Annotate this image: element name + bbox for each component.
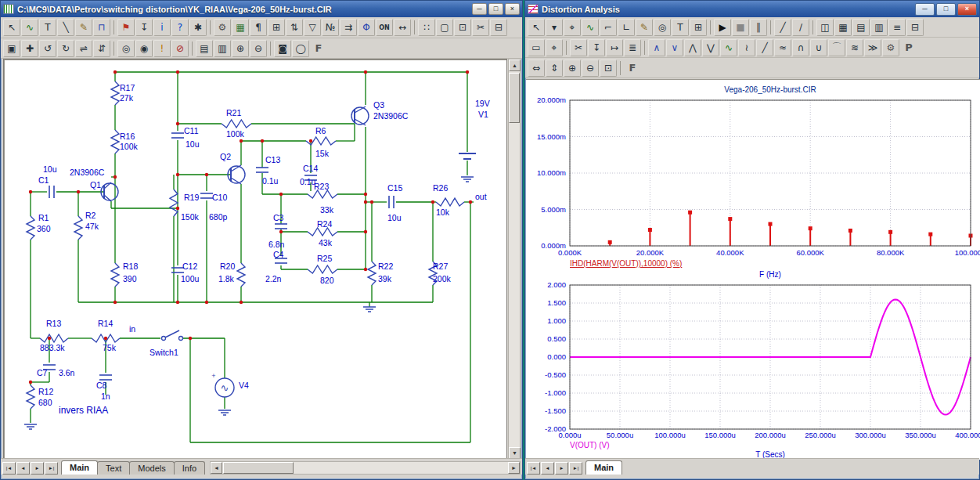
global-max-icon[interactable]: ⋀ <box>684 39 701 56</box>
border-icon[interactable]: ▢ <box>436 19 453 36</box>
vscroll-thumb[interactable] <box>509 73 520 123</box>
scroll-up-button[interactable]: ▲ <box>509 60 521 71</box>
node-numbers-icon[interactable]: № <box>322 19 339 36</box>
rise-icon[interactable]: ∿ <box>720 39 737 56</box>
tab-last-button[interactable]: ►| <box>45 462 58 475</box>
right-titlebar[interactable]: Distortion Analysis ─ □ × <box>525 1 979 17</box>
box-icon[interactable]: ▣ <box>3 40 20 57</box>
tab-last-button[interactable]: ►| <box>569 462 582 475</box>
minimize-button[interactable]: ─ <box>915 3 935 16</box>
zoom-out-icon[interactable]: ⊖ <box>582 60 599 77</box>
rotate-ccw-icon[interactable]: ↺ <box>39 40 56 57</box>
close-button[interactable]: × <box>505 3 520 15</box>
horizontal-tag-icon[interactable]: ⌐ <box>600 19 617 36</box>
panels-icon[interactable]: ◫ <box>816 19 834 36</box>
annotate-icon[interactable]: ✎ <box>636 19 653 36</box>
peak-icon[interactable]: ∧ <box>648 39 665 56</box>
close-button[interactable]: × <box>957 3 977 16</box>
stack-panels-icon[interactable]: ≡ <box>888 19 906 36</box>
region-icon[interactable]: ⊞ <box>268 19 285 36</box>
picture-icon[interactable]: ▦ <box>232 19 249 36</box>
align-icon[interactable]: ≣ <box>624 39 641 56</box>
tab-prev-button[interactable]: ◄ <box>541 462 554 475</box>
tab-next-button[interactable]: ► <box>31 462 44 475</box>
analysis-plots[interactable]: 20.000m15.000m10.000m5.000m0.000m0.000K2… <box>526 80 980 460</box>
font-label[interactable]: F <box>310 40 327 57</box>
overshoot-icon[interactable]: ⌒ <box>828 39 845 56</box>
waveform-icon[interactable]: ∿ <box>582 19 599 36</box>
line-mode-icon[interactable]: ╲ <box>57 19 74 36</box>
browser-icon[interactable]: ◯ <box>292 40 309 57</box>
select-icon[interactable]: ↖ <box>528 19 545 36</box>
flag-mode-icon[interactable]: ⚑ <box>117 19 135 36</box>
global-min-icon[interactable]: ⋁ <box>702 39 719 56</box>
camera-icon[interactable]: ◙ <box>274 40 291 57</box>
tab-main[interactable]: Main <box>585 460 622 475</box>
data-points-icon[interactable]: ▤ <box>852 19 870 36</box>
info-mode-icon[interactable]: i <box>153 19 171 36</box>
left-titlebar[interactable]: C:\MC9\DATA\Petrov\switching distortion\… <box>1 1 522 17</box>
attention-icon[interactable]: ! <box>153 40 171 57</box>
schematic-drawing[interactable]: ∿+R1727kR16100kC1110uR21100kQ32N3906C19V… <box>4 60 506 459</box>
move-icon[interactable]: ✚ <box>21 40 38 57</box>
properties-icon[interactable]: ⚙ <box>214 19 231 36</box>
cut-icon[interactable]: ✂ <box>472 19 489 36</box>
hscroll-track[interactable] <box>222 462 508 474</box>
copy-icon[interactable]: ▤ <box>196 40 213 57</box>
tag-width-icon[interactable]: ↦ <box>606 39 623 56</box>
component-mode-icon[interactable]: ⊓ <box>93 19 110 36</box>
cursor-target-icon[interactable]: ⌖ <box>546 39 563 56</box>
rotate-cw-icon[interactable]: ↻ <box>57 40 74 57</box>
grid-icon[interactable]: ▦ <box>834 19 852 36</box>
flip-y-icon[interactable]: ⇅ <box>286 19 303 36</box>
text-icon[interactable]: T <box>672 19 689 36</box>
maximize-button[interactable]: □ <box>936 3 956 16</box>
hscroll-thumb[interactable] <box>223 462 294 474</box>
tab-first-button[interactable]: |◄ <box>2 462 16 475</box>
component-list-icon[interactable]: ▾ <box>546 19 563 36</box>
bottom-icon[interactable]: ∪ <box>810 39 827 56</box>
tab-info[interactable]: Info <box>174 461 205 475</box>
waveform-stack-icon[interactable]: ≋ <box>846 39 863 56</box>
select-region-icon[interactable]: ▭ <box>528 39 545 56</box>
mirror-icon[interactable]: ⇌ <box>75 40 92 57</box>
paste-icon[interactable]: ▥ <box>214 40 231 57</box>
tab-main[interactable]: Main <box>61 460 98 475</box>
run-button[interactable]: ▶ <box>714 19 731 36</box>
grid-icon[interactable]: ∷ <box>418 19 435 36</box>
horizontal-scrollbar[interactable]: ◄ ► <box>210 461 521 475</box>
step-icon[interactable]: ⇉ <box>340 19 357 36</box>
zoom-in-icon[interactable]: ⊕ <box>564 60 581 77</box>
zoom-in-icon[interactable]: ⊕ <box>232 40 249 57</box>
search-icon[interactable]: ◎ <box>654 19 671 36</box>
stop-button[interactable]: ■ <box>732 19 749 36</box>
maximize-button[interactable]: □ <box>488 3 503 15</box>
text-mode-icon[interactable]: T <box>39 19 56 36</box>
pin-mode-icon[interactable]: ↧ <box>135 19 153 36</box>
tab-text[interactable]: Text <box>97 461 130 475</box>
scroll-down-button[interactable]: ▼ <box>509 447 521 459</box>
filter-icon[interactable]: ▽ <box>304 19 321 36</box>
scroll-left-button[interactable]: ◄ <box>211 462 222 474</box>
tag-bottom-icon[interactable]: ↧ <box>588 39 605 56</box>
cursor-icon[interactable]: ╱ <box>774 19 791 36</box>
tab-first-button[interactable]: |◄ <box>527 462 540 475</box>
analysis-plot-area[interactable]: 20.000m15.000m10.000m5.000m0.000m0.000K2… <box>526 79 980 460</box>
scroll-right-button[interactable]: ► <box>508 462 520 474</box>
vscroll-track[interactable] <box>509 123 520 447</box>
minimize-button[interactable]: ─ <box>472 3 487 15</box>
top-icon[interactable]: ∩ <box>792 39 809 56</box>
schematic-canvas[interactable]: ∿+R1727kR16100kC1110uR21100kQ32N3906C19V… <box>3 59 507 460</box>
slope-icon[interactable]: ∕ <box>792 19 809 36</box>
tab-prev-button[interactable]: ◄ <box>16 462 30 475</box>
zoom-region-icon[interactable]: ⊡ <box>600 60 617 77</box>
power-icon[interactable]: ON <box>376 19 393 36</box>
p-label[interactable]: P <box>900 39 917 56</box>
properties-icon[interactable]: ⊞ <box>690 19 707 36</box>
vertical-scrollbar[interactable]: ▲ ▼ <box>508 59 521 460</box>
flip-icon[interactable]: ⇵ <box>93 40 110 57</box>
find-next-icon[interactable]: ◉ <box>135 40 153 57</box>
collapse-icon[interactable]: ⊟ <box>490 19 507 36</box>
options-icon[interactable]: ⚙ <box>882 39 899 56</box>
text-area-icon[interactable]: ¶ <box>250 19 267 36</box>
